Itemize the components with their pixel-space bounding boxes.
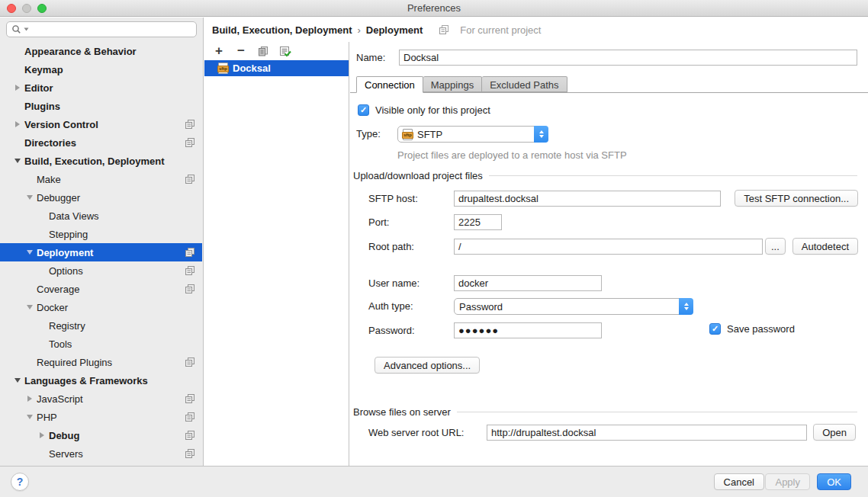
- sidebar-item-appearance-behavior[interactable]: Appearance & Behavior: [0, 42, 202, 60]
- collapsed-arrow-icon[interactable]: [23, 396, 37, 402]
- sidebar-item-label: Required Plugins: [37, 357, 112, 368]
- sidebar-item-languages-frameworks[interactable]: Languages & Frameworks: [0, 371, 202, 390]
- minimize-window-button[interactable]: [22, 4, 31, 13]
- sidebar-item-editor[interactable]: Editor: [0, 79, 202, 97]
- sidebar-item-php[interactable]: PHP: [0, 408, 202, 426]
- sidebar-item-label: Docker: [37, 302, 68, 313]
- test-sftp-connection-button[interactable]: Test SFTP connection...: [735, 190, 858, 207]
- current-project-badge-icon: [185, 449, 194, 458]
- breadcrumb-parent[interactable]: Build, Execution, Deployment: [212, 24, 352, 36]
- browse-section-title: Browse files on server: [353, 406, 451, 418]
- deployment-form: Name: ConnectionMappingsExcluded Paths ✓…: [350, 42, 868, 466]
- checkbox-checked-icon[interactable]: ✓: [358, 104, 369, 116]
- sidebar-item-javascript[interactable]: JavaScript: [0, 390, 202, 408]
- sidebar-item-required-plugins[interactable]: Required Plugins: [0, 353, 202, 371]
- zoom-window-button[interactable]: [37, 4, 47, 13]
- password-input[interactable]: [454, 322, 602, 338]
- server-list-item-docksal[interactable]: sftp Docksal: [204, 60, 349, 76]
- visible-only-checkbox[interactable]: ✓ Visible only for this project: [358, 104, 490, 116]
- sidebar-item-label: Version Control: [24, 119, 98, 130]
- root-path-label: Root path:: [368, 239, 414, 255]
- collapsed-arrow-icon[interactable]: [11, 85, 24, 91]
- search-input[interactable]: [31, 24, 191, 35]
- close-window-button[interactable]: [7, 4, 16, 13]
- scope-indicator: For current project: [439, 24, 541, 36]
- save-password-checkbox[interactable]: ✓ Save password: [709, 323, 795, 335]
- sidebar-item-debugger[interactable]: Debugger: [0, 188, 202, 207]
- name-input[interactable]: [399, 50, 857, 66]
- name-label: Name:: [356, 50, 385, 66]
- sidebar-item-data-views[interactable]: Data Views: [0, 207, 202, 225]
- sidebar-item-version-control[interactable]: Version Control: [0, 115, 202, 133]
- sidebar-item-label: Plugins: [24, 101, 60, 112]
- checkbox-checked-icon[interactable]: ✓: [709, 323, 721, 335]
- sftp-host-input[interactable]: [454, 191, 721, 207]
- help-button[interactable]: ?: [11, 473, 29, 491]
- sidebar-item-options[interactable]: Options: [0, 261, 202, 280]
- tab-excluded-paths[interactable]: Excluded Paths: [482, 76, 567, 92]
- sidebar-item-label: JavaScript: [37, 393, 83, 405]
- apply-button[interactable]: Apply: [765, 473, 810, 490]
- titlebar: Preferences: [0, 0, 868, 17]
- collapsed-arrow-icon[interactable]: [35, 432, 49, 438]
- sftp-type-icon: sftp: [403, 129, 413, 140]
- user-name-input[interactable]: [454, 275, 602, 291]
- type-select[interactable]: sftp SFTP: [397, 126, 548, 143]
- search-icon: [11, 24, 22, 35]
- select-stepper-icon[interactable]: [534, 126, 548, 143]
- expanded-arrow-icon[interactable]: [23, 250, 37, 255]
- sidebar-item-build-execution-deployment[interactable]: Build, Execution, Deployment: [0, 152, 202, 170]
- select-stepper-icon[interactable]: [679, 298, 693, 315]
- sidebar-item-label: Directories: [24, 137, 76, 149]
- ok-button[interactable]: OK: [817, 473, 851, 490]
- copy-server-icon[interactable]: [257, 45, 269, 57]
- auth-type-select[interactable]: Password: [454, 298, 693, 315]
- sidebar-item-deployment[interactable]: Deployment: [0, 243, 202, 261]
- tab-mappings[interactable]: Mappings: [423, 76, 482, 92]
- add-server-icon[interactable]: +: [213, 45, 225, 57]
- expanded-arrow-icon[interactable]: [11, 378, 24, 383]
- auth-type-label: Auth type:: [368, 299, 413, 314]
- sidebar-item-coverage[interactable]: Coverage: [0, 280, 202, 298]
- sftp-host-label: SFTP host:: [368, 191, 418, 207]
- settings-search-box[interactable]: [6, 21, 197, 37]
- collapsed-arrow-icon[interactable]: [11, 121, 24, 127]
- sidebar-item-label: Deployment: [37, 247, 93, 258]
- sidebar-item-directories[interactable]: Directories: [0, 133, 202, 152]
- expanded-arrow-icon[interactable]: [23, 305, 37, 309]
- scope-label: For current project: [460, 24, 541, 36]
- sidebar-item-keymap[interactable]: Keymap: [0, 60, 202, 79]
- sidebar-item-registry[interactable]: Registry: [0, 316, 202, 335]
- sidebar-item-label: Coverage: [37, 284, 79, 295]
- sidebar-item-make[interactable]: Make: [0, 170, 202, 188]
- advanced-options-button[interactable]: Advanced options...: [375, 357, 480, 374]
- sidebar-item-servers[interactable]: Servers: [0, 444, 202, 463]
- remove-server-icon[interactable]: −: [235, 45, 247, 57]
- sidebar-item-docker[interactable]: Docker: [0, 298, 202, 316]
- port-input[interactable]: [454, 214, 502, 230]
- sidebar-item-label: Tools: [49, 338, 72, 350]
- search-options-chevron-icon[interactable]: [24, 27, 29, 31]
- tab-connection[interactable]: Connection: [356, 76, 423, 93]
- cancel-button[interactable]: Cancel: [714, 473, 764, 490]
- sidebar-item-label: Appearance & Behavior: [24, 46, 137, 57]
- breadcrumb-current: Deployment: [366, 24, 423, 36]
- web-root-label: Web server root URL:: [368, 425, 464, 441]
- server-item-label: Docksal: [233, 63, 271, 74]
- expanded-arrow-icon[interactable]: [23, 195, 37, 200]
- sidebar-item-tools[interactable]: Tools: [0, 335, 202, 353]
- sidebar-item-label: Make: [37, 174, 61, 185]
- root-path-input[interactable]: [454, 239, 763, 255]
- web-root-input[interactable]: [487, 425, 807, 441]
- expanded-arrow-icon[interactable]: [11, 159, 24, 163]
- expanded-arrow-icon[interactable]: [23, 415, 37, 419]
- sidebar-item-plugins[interactable]: Plugins: [0, 97, 202, 115]
- use-as-default-icon[interactable]: [279, 45, 291, 57]
- open-url-button[interactable]: Open: [813, 424, 856, 441]
- autodetect-button[interactable]: Autodetect: [792, 238, 858, 255]
- sidebar-item-label: Debug: [49, 430, 79, 441]
- sidebar-item-stepping[interactable]: Stepping: [0, 225, 202, 243]
- sidebar-item-debug[interactable]: Debug: [0, 426, 202, 444]
- browse-root-path-button[interactable]: ...: [765, 238, 786, 255]
- upload-section-header: Upload/download project files: [353, 170, 857, 181]
